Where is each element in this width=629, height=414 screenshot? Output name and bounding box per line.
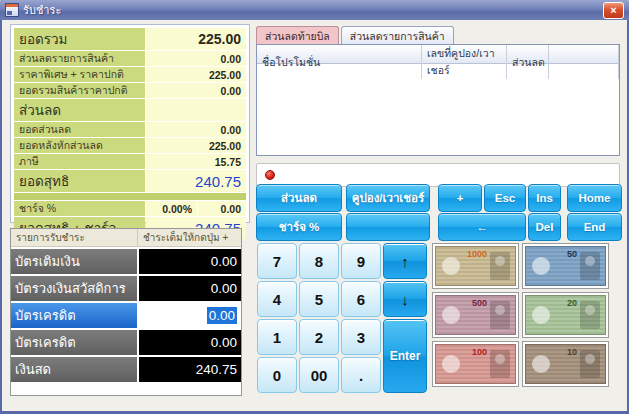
summary-spacer [14,193,246,200]
summary-label: ยอดสุทธิ [14,170,145,192]
window-title: รับชำระ [23,1,61,19]
key-2[interactable]: 2 [299,319,339,355]
key-7[interactable]: 7 [257,243,297,279]
summary-row-discount-amount: ยอดส่วนลด 0.00 [14,122,246,137]
charge-percent-button[interactable]: ชาร์จ % [256,213,342,241]
enter-key[interactable]: Enter [383,319,427,393]
del-button[interactable]: Del [528,213,561,241]
col-coupon-number: เลขที่คูปอง/เวาเชอร์ [422,45,507,79]
summary-value: 0.00 [146,122,246,137]
close-icon[interactable]: × [603,2,624,19]
summary-row-special-price: ราคาพิเศษ + ราคาปกติ 225.00 [14,67,246,82]
summary-row-total: ยอดรวม 225.00 [14,28,246,50]
record-indicator-icon [265,170,275,180]
key-5[interactable]: 5 [299,281,339,317]
summary-row-after-discount: ยอดหลังหักส่วนลด 225.00 [14,138,246,153]
arrow-down-key[interactable]: ↓ [383,281,427,317]
denomination-label: 10 [567,347,577,357]
payment-row-welfare-card[interactable]: บัตรวงเงินสวัสดิการ 0.00 [11,276,241,301]
payment-methods-table: รายการรับชำระ ชำระเต็มให้กดปุ่ม + บัตรเต… [10,228,242,396]
banknote-20[interactable]: 20 [522,292,609,338]
denomination-label: 1000 [467,249,487,259]
summary-value-net: 240.75 [146,170,246,192]
col-discount: ส่วนลด [507,45,549,79]
payment-label: บัตรเครดิต [11,330,137,355]
payment-row-cash[interactable]: เงินสด 240.75 [11,357,241,382]
summary-label: ยอดส่วนลด [14,122,145,137]
summary-charge-percent: 0.00% [146,201,197,216]
summary-label: ยอดรวมสินค้าราคาปกติ [14,83,145,98]
col-empty [549,45,619,79]
portrait [580,350,600,378]
discount-button[interactable]: ส่วนลด [256,184,342,212]
promotion-list-header: ชื่อโปรโมชั่น เลขที่คูปอง/เวาเชอร์ ส่วนล… [257,45,619,64]
key-decimal[interactable]: . [341,357,381,393]
summary-value: 225.00 [146,28,246,50]
key-6[interactable]: 6 [341,281,381,317]
key-3[interactable]: 3 [341,319,381,355]
portrait [580,252,600,280]
banknote-50-image: 50 [525,246,606,286]
watermark [442,306,460,324]
payment-amount: 0.00 [139,276,241,301]
ins-button[interactable]: Ins [528,184,561,212]
summary-value: 0.00 [198,201,246,216]
portrait [580,301,600,329]
backspace-button[interactable]: ← [438,213,526,241]
payment-row-credit-card-selected[interactable]: บัตรเครดิต 0.00 [11,303,241,328]
promotion-list: ชื่อโปรโมชั่น เลขที่คูปอง/เวาเชอร์ ส่วนล… [256,44,620,156]
blank-button[interactable] [346,213,430,241]
app-icon [5,3,19,17]
banknote-100[interactable]: 100 [432,341,519,387]
summary-row-charge: ชาร์จ % 0.00% 0.00 [14,201,246,216]
banknote-10[interactable]: 10 [522,341,609,387]
watermark [442,257,460,275]
key-1[interactable]: 1 [257,319,297,355]
tab-bill-discount[interactable]: ส่วนลดท้ายบิล [256,26,339,45]
payment-window: รับชำระ × ยอดรวม 225.00 ส่วนลดรายการสินค… [0,0,629,414]
banknote-1000[interactable]: 1000 [432,243,519,289]
denomination-label: 100 [472,347,487,357]
summary-label: ยอดหลังหักส่วนลด [14,138,145,153]
plus-button[interactable]: + [438,184,482,212]
summary-value: 225.00 [146,67,246,82]
payment-amount-input[interactable]: 0.00 [139,303,241,328]
arrow-up-key[interactable]: ↑ [383,243,427,279]
discount-tabs: ส่วนลดท้ายบิล ส่วนลดรายการสินค้า [256,26,454,44]
esc-button[interactable]: Esc [484,184,526,212]
summary-value: 0.00 [146,83,246,98]
portrait [490,350,510,378]
title-bar: รับชำระ × [0,0,629,20]
watermark [442,355,460,373]
denomination-label: 500 [472,298,487,308]
key-4[interactable]: 4 [257,281,297,317]
banknote-50[interactable]: 50 [522,243,609,289]
watermark [532,355,550,373]
summary-value: 15.75 [146,154,246,169]
banknote-100-image: 100 [435,344,516,384]
payment-label: บัตรเติมเงิน [11,249,137,274]
payment-row-credit-card[interactable]: บัตรเครดิต 0.00 [11,330,241,355]
summary-label: ยอดรวม [14,28,145,50]
end-button[interactable]: End [567,213,622,241]
key-0[interactable]: 0 [257,357,297,393]
banknote-1000-image: 1000 [435,246,516,286]
key-8[interactable]: 8 [299,243,339,279]
payment-table-header: รายการรับชำระ ชำระเต็มให้กดปุ่ม + [11,229,241,247]
payment-label: เงินสด [11,357,137,382]
home-button[interactable]: Home [567,184,622,212]
summary-label: ชาร์จ % [14,201,145,216]
col-promotion-name: ชื่อโปรโมชั่น [257,45,422,79]
summary-row-discount-header: ส่วนลด [14,99,246,121]
payment-header-hint: ชำระเต็มให้กดปุ่ม + [137,229,241,246]
banknote-500[interactable]: 500 [432,292,519,338]
key-00[interactable]: 00 [299,357,339,393]
coupon-voucher-button[interactable]: คูปอง/เวาเชอร์ [346,184,430,212]
summary-label: ราคาพิเศษ + ราคาปกติ [14,67,145,82]
portrait [490,301,510,329]
key-9[interactable]: 9 [341,243,381,279]
summary-row-normal-price-total: ยอดรวมสินค้าราคาปกติ 0.00 [14,83,246,98]
tab-item-discount[interactable]: ส่วนลดรายการสินค้า [341,26,454,45]
banknote-panel: 1000 50 500 [432,243,609,387]
payment-row-topup-card[interactable]: บัตรเติมเงิน 0.00 [11,249,241,274]
